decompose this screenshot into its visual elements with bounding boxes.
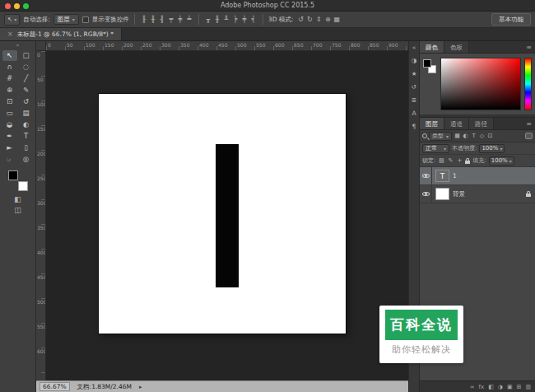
paragraph-panel-icon[interactable]: ¶	[408, 123, 420, 130]
distribute-left-edges-icon[interactable]: ╞	[231, 16, 240, 23]
eraser-tool[interactable]: ▭	[2, 108, 17, 119]
spot-healing-brush-tool[interactable]: ⊕	[2, 85, 17, 96]
rectangle-tool[interactable]: ▯	[19, 142, 34, 153]
marquee-tool[interactable]: □	[19, 50, 34, 61]
document-canvas[interactable]	[99, 94, 346, 334]
zoom-level-field[interactable]: 66.67%	[40, 382, 70, 391]
3d-roll-icon[interactable]: ↻	[305, 16, 314, 23]
vertical-ruler[interactable]: 050100150200250300350400450500550600	[36, 51, 46, 380]
filter-pixel-layers-icon[interactable]: ▦	[454, 133, 461, 139]
background-color-swatch[interactable]	[18, 181, 28, 191]
move-tool[interactable]: ↖	[2, 50, 17, 61]
show-transform-controls-checkbox[interactable]	[82, 16, 89, 23]
gradient-tool[interactable]: ▤	[19, 108, 34, 119]
distribute-top-edges-icon[interactable]: ╥	[204, 16, 212, 23]
tab-路径[interactable]: 路径	[469, 118, 494, 129]
layer-row[interactable]: T1	[420, 167, 535, 185]
distribute-vertical-centers-icon[interactable]: ╫	[213, 16, 221, 23]
tab-色板[interactable]: 色板	[444, 41, 469, 53]
foreground-color-swatch[interactable]	[8, 170, 18, 180]
hue-slider[interactable]	[524, 58, 532, 110]
new-adjustment-layer-icon[interactable]: ◑	[498, 384, 503, 390]
new-group-icon[interactable]: ▣	[507, 384, 513, 390]
expand-panels-icon[interactable]: «	[408, 44, 420, 51]
horizontal-ruler[interactable]: 0501001502002503003504004505005506006507…	[46, 41, 408, 51]
panel-menu-icon[interactable]: ≡	[526, 41, 535, 53]
ruler-origin[interactable]	[36, 41, 46, 51]
tab-图层[interactable]: 图层	[420, 118, 444, 129]
filter-toggle[interactable]	[525, 133, 533, 139]
auto-select-dropdown[interactable]: 图层 ▾	[54, 14, 79, 25]
collapse-tools-icon[interactable]: »	[16, 42, 19, 49]
workspace-switcher-button[interactable]: 基本功能	[491, 13, 531, 26]
crop-tool[interactable]: #	[2, 73, 17, 84]
layer-visibility-toggle[interactable]	[420, 185, 432, 203]
layer-visibility-toggle[interactable]	[420, 167, 432, 184]
lock-image-pixels-icon[interactable]: ✎	[447, 157, 454, 164]
tab-通道[interactable]: 通道	[444, 118, 469, 129]
add-layer-mask-icon[interactable]: ◧	[488, 384, 494, 390]
history-brush-tool[interactable]: ↺	[19, 96, 34, 107]
lasso-tool[interactable]: ∩	[2, 62, 17, 72]
layer-row[interactable]: 背景	[420, 185, 535, 203]
layer-thumbnail[interactable]	[435, 188, 449, 200]
filter-type-dropdown[interactable]: 类型 ▾	[429, 132, 452, 141]
distribute-right-edges-icon[interactable]: ╡	[249, 16, 258, 23]
align-horizontal-centers-icon[interactable]: ╪	[176, 16, 184, 23]
close-window-button[interactable]	[5, 3, 11, 9]
screen-mode-icon[interactable]: ◫	[14, 206, 21, 214]
clone-stamp-tool[interactable]: ⊡	[2, 96, 17, 107]
history-panel-icon[interactable]: ↺	[408, 83, 420, 91]
panel-menu-icon[interactable]: ≡	[526, 118, 535, 129]
link-layers-icon[interactable]: ∞	[470, 384, 475, 390]
layer-name[interactable]: 背景	[453, 190, 526, 198]
opacity-value-dropdown[interactable]: 100% ▾	[479, 144, 505, 153]
layer-name[interactable]: 1	[453, 172, 531, 180]
tab-颜色[interactable]: 颜色	[420, 41, 444, 53]
blur-tool[interactable]: ◒	[2, 119, 17, 130]
status-options-arrow-icon[interactable]: ▸	[139, 384, 142, 390]
filter-type-layers-icon[interactable]: T	[470, 133, 477, 139]
character-panel-icon[interactable]: A	[408, 110, 420, 117]
styles-panel-icon[interactable]: ★	[408, 70, 420, 77]
3d-drag-icon[interactable]: ⇕	[314, 16, 323, 23]
filter-smart-objects-icon[interactable]: ⊡	[486, 133, 494, 139]
path-selection-tool[interactable]: ►	[2, 142, 17, 153]
document-tab[interactable]: × 未标题-1 @ 66.7% (1, RGB/8*) *	[0, 28, 122, 40]
lock-position-icon[interactable]: +	[456, 157, 463, 164]
align-right-edges-icon[interactable]: ╢	[158, 16, 166, 23]
distribute-horizontal-centers-icon[interactable]: ╪	[240, 16, 249, 23]
3d-rotate-icon[interactable]: ↺	[296, 16, 305, 23]
align-bottom-edges-icon[interactable]: ╧	[185, 16, 193, 23]
blend-mode-dropdown[interactable]: 正常 ▾	[422, 144, 449, 153]
layer-style-icon[interactable]: fx	[479, 384, 485, 390]
3d-scale-icon[interactable]: ▦	[333, 16, 341, 23]
align-left-edges-icon[interactable]: ╟	[140, 16, 148, 23]
pen-tool[interactable]: ✒	[2, 131, 17, 142]
layer-thumbnail[interactable]: T	[435, 170, 449, 182]
new-layer-icon[interactable]: ⊞	[517, 384, 522, 390]
hand-tool[interactable]: ☞	[2, 154, 17, 165]
align-vertical-centers-icon[interactable]: ╫	[149, 16, 157, 23]
filter-shape-layers-icon[interactable]: ◇	[478, 133, 486, 139]
properties-panel-icon[interactable]: ≣	[408, 96, 420, 104]
adjustments-panel-icon[interactable]: ◑	[408, 57, 420, 64]
fill-value-dropdown[interactable]: 100% ▾	[489, 156, 514, 166]
eyedropper-tool[interactable]: ╱	[19, 73, 34, 84]
lock-transparent-pixels-icon[interactable]: ▨	[438, 157, 444, 164]
lock-all-icon[interactable]	[465, 161, 470, 164]
saturation-brightness-picker[interactable]	[440, 58, 521, 110]
distribute-bottom-edges-icon[interactable]: ╨	[222, 16, 230, 23]
quick-mask-icon[interactable]: ◧	[14, 195, 21, 203]
quick-selection-tool[interactable]: ◌	[19, 62, 34, 72]
brush-tool[interactable]: ✎	[19, 85, 34, 96]
minimize-window-button[interactable]	[14, 3, 20, 9]
type-tool[interactable]: T	[19, 131, 34, 142]
3d-slide-icon[interactable]: ⊕	[323, 16, 332, 23]
canvas-viewport[interactable]	[46, 51, 408, 380]
dodge-tool[interactable]: ◐	[19, 119, 34, 130]
fullscreen-window-button[interactable]	[23, 3, 29, 9]
align-top-edges-icon[interactable]: ╤	[167, 16, 175, 23]
zoom-tool[interactable]: ◎	[19, 154, 34, 165]
delete-layer-icon[interactable]: ▥	[525, 384, 531, 390]
